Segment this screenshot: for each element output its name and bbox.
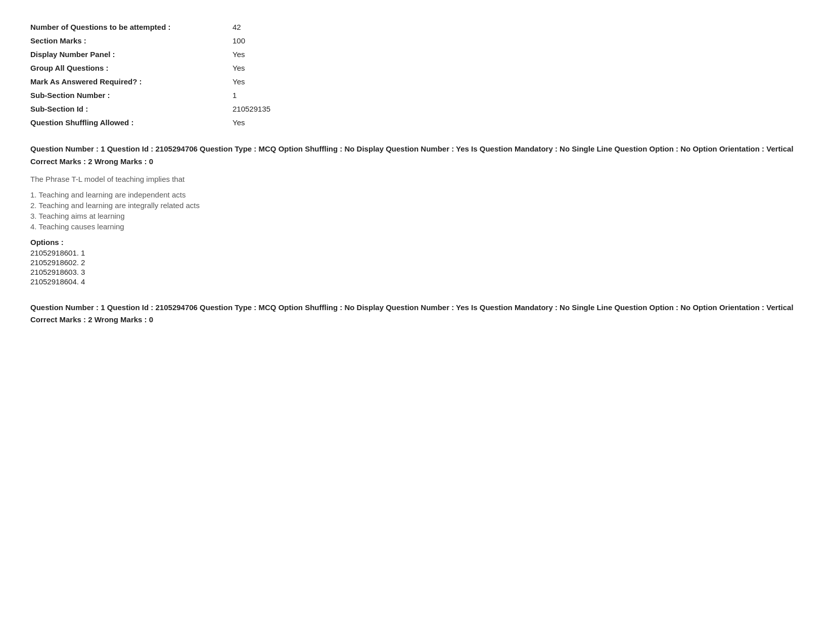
option-item: 2. Teaching and learning are integrally … [30, 201, 804, 210]
info-row: Section Marks :100 [30, 34, 804, 47]
info-row: Sub-Section Id :210529135 [30, 102, 804, 116]
info-value: Yes [233, 50, 245, 59]
info-label: Sub-Section Id : [30, 105, 233, 113]
info-value: Yes [233, 77, 245, 86]
option-id-row: 21052918603. 3 [30, 268, 804, 276]
question-header: Question Number : 1 Question Id : 210529… [30, 302, 804, 314]
info-row: Display Number Panel :Yes [30, 47, 804, 61]
option-item: 4. Teaching causes learning [30, 222, 804, 231]
info-row: Group All Questions :Yes [30, 61, 804, 75]
info-value: 1 [233, 91, 237, 100]
info-value: Yes [233, 64, 245, 72]
info-value: 100 [233, 36, 245, 45]
info-label: Display Number Panel : [30, 50, 233, 59]
options-list: 1. Teaching and learning are independent… [30, 190, 804, 231]
info-label: Sub-Section Number : [30, 91, 233, 100]
option-item: 1. Teaching and learning are independent… [30, 190, 804, 199]
info-value: 42 [233, 23, 241, 31]
info-value: 210529135 [233, 105, 270, 113]
info-table: Number of Questions to be attempted :42S… [30, 20, 804, 129]
question-block: Question Number : 1 Question Id : 210529… [30, 302, 804, 324]
options-section-label: Options : [30, 238, 804, 246]
info-value: Yes [233, 118, 245, 127]
correct-marks-line: Correct Marks : 2 Wrong Marks : 0 [30, 315, 804, 324]
option-ids: 21052918601. 121052918602. 221052918603.… [30, 249, 804, 286]
info-label: Number of Questions to be attempted : [30, 23, 233, 31]
info-label: Section Marks : [30, 36, 233, 45]
info-row: Sub-Section Number :1 [30, 88, 804, 102]
option-id-row: 21052918602. 2 [30, 258, 804, 267]
question-header: Question Number : 1 Question Id : 210529… [30, 143, 804, 155]
question-text: The Phrase T-L model of teaching implies… [30, 175, 804, 183]
info-label: Group All Questions : [30, 64, 233, 72]
info-label: Mark As Answered Required? : [30, 77, 233, 86]
questions-container: Question Number : 1 Question Id : 210529… [30, 143, 804, 324]
option-id-row: 21052918601. 1 [30, 249, 804, 257]
question-block: Question Number : 1 Question Id : 210529… [30, 143, 804, 286]
option-id-row: 21052918604. 4 [30, 277, 804, 286]
info-row: Question Shuffling Allowed :Yes [30, 116, 804, 129]
option-item: 3. Teaching aims at learning [30, 212, 804, 220]
info-label: Question Shuffling Allowed : [30, 118, 233, 127]
correct-marks-line: Correct Marks : 2 Wrong Marks : 0 [30, 157, 804, 166]
info-row: Mark As Answered Required? :Yes [30, 75, 804, 88]
info-row: Number of Questions to be attempted :42 [30, 20, 804, 34]
